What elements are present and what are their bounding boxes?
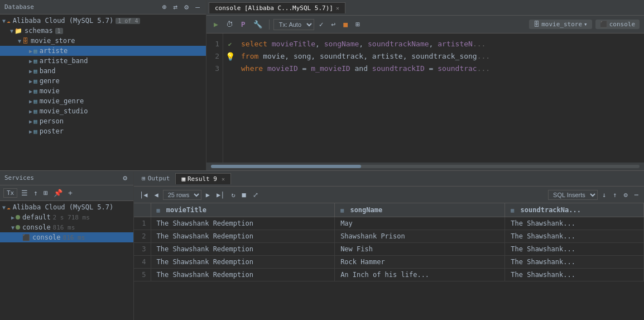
editor-scrollbar[interactable]: [206, 163, 644, 170]
output-tab-label: Output: [148, 175, 170, 182]
cell-song-name: May: [335, 217, 505, 230]
cell-soundtrack-name: The Shawshank...: [505, 217, 644, 230]
output-tab[interactable]: ⊞ Output: [136, 173, 175, 184]
prev-page-btn[interactable]: ◀: [152, 190, 160, 199]
tab-close-icon[interactable]: ✕: [336, 5, 339, 11]
table-icon-movie: ▦: [33, 88, 37, 95]
band-arrow[interactable]: ▶: [29, 68, 32, 74]
movie-arrow[interactable]: ▶: [29, 88, 32, 94]
tree-root-alibaba[interactable]: ▼ ☁ Alibaba Cloud (MySQL 5.7) 1 of 4: [0, 16, 206, 26]
tree-poster[interactable]: ▶ ▦ poster: [0, 126, 206, 136]
tree-movie-genre[interactable]: ▶ ▦ movie_genre: [0, 96, 206, 106]
run-button[interactable]: ▶: [211, 19, 221, 30]
stop-results-btn[interactable]: ■: [240, 190, 248, 199]
tools-button[interactable]: 🔧: [251, 19, 265, 30]
tree-band[interactable]: ▶ ▦ band: [0, 66, 206, 76]
stop-button[interactable]: ■: [340, 19, 350, 30]
line3-ind: [225, 63, 234, 75]
genre-arrow[interactable]: ▶: [29, 78, 32, 84]
services-console[interactable]: ▼ console 816 ms: [0, 222, 133, 232]
cell-song-name: An Inch of his life...: [335, 269, 505, 281]
last-page-btn[interactable]: ▶|: [214, 190, 227, 199]
expand-arrow[interactable]: ▼: [2, 18, 6, 24]
history-button[interactable]: ⏱: [223, 19, 236, 30]
services-root[interactable]: ▼ ☁ Alibaba Cloud (MySQL 5.7): [0, 202, 133, 212]
sql-inserts-select[interactable]: SQL Inserts: [548, 190, 598, 200]
undo-button[interactable]: ↩: [328, 19, 338, 30]
artiste-arrow[interactable]: ▶: [29, 48, 32, 54]
console-arrow[interactable]: ▼: [11, 225, 15, 231]
col-header-movie-title[interactable]: ▦ movieTitle: [151, 203, 335, 217]
database-tree: ▼ ☁ Alibaba Cloud (MySQL 5.7) 1 of 4 ▼ 📁…: [0, 15, 206, 170]
services-tree-icon[interactable]: ⊞: [42, 188, 50, 198]
artiste-band-arrow[interactable]: ▶: [29, 58, 32, 64]
tree-movie-store[interactable]: ▼ 🗄 movie_store: [0, 36, 206, 46]
tx-select[interactable]: Tx: Auto: [273, 19, 314, 30]
results-more-btn[interactable]: ⋯: [632, 190, 641, 199]
code-editor[interactable]: select movieTitle, songName, soundtrackN…: [237, 34, 644, 163]
movie-genre-label: movie_genre: [40, 97, 84, 105]
p-button[interactable]: P: [238, 19, 248, 30]
editor-tab-console[interactable]: console [Alibaba C...MySQL 5.7)] ✕: [209, 2, 345, 13]
editor-content: 1 2 3 ✔ 💡 select movieTitle, songName, s…: [206, 34, 644, 163]
line1-check: ✔: [225, 38, 234, 50]
line2-ind: 💡: [225, 50, 234, 63]
schema-badge[interactable]: 🗄 movie_store ▾: [529, 20, 592, 29]
sync-icon[interactable]: ⇄: [172, 2, 180, 12]
col-header-song-name[interactable]: ▦ songName: [335, 203, 505, 217]
services-default[interactable]: ▶ default 2 s 718 ms: [0, 212, 133, 222]
refresh-btn[interactable]: ↻: [229, 190, 237, 199]
results-settings-btn[interactable]: ⚙: [622, 190, 630, 199]
tree-person[interactable]: ▶ ▦ person: [0, 116, 206, 126]
tree-artiste[interactable]: ▶ ▦ artiste: [0, 46, 206, 56]
movie-label: movie: [40, 87, 60, 95]
cell-song-name: Rock Hammer: [335, 256, 505, 269]
result-tab[interactable]: ▦ Result 9 ✕: [175, 173, 231, 184]
add-connection-icon[interactable]: ⊕: [161, 2, 169, 12]
schema-icon: 🗄: [22, 37, 28, 45]
tree-movie-studio[interactable]: ▶ ▦ movie_studio: [0, 106, 206, 116]
tree-artiste-band[interactable]: ▶ ▦ artiste_band: [0, 56, 206, 66]
table-icon-movie-genre: ▦: [33, 98, 37, 105]
next-page-btn[interactable]: ▶: [204, 190, 212, 199]
services-list-icon[interactable]: ☰: [20, 188, 30, 198]
services-root-arrow[interactable]: ▼: [2, 204, 6, 211]
tree-schemas[interactable]: ▼ 📁 schemas 1: [0, 26, 206, 36]
first-page-btn[interactable]: |◀: [137, 190, 150, 199]
movie-store-arrow[interactable]: ▼: [18, 38, 21, 44]
services-settings-icon[interactable]: ⚙: [121, 173, 129, 183]
person-arrow[interactable]: ▶: [29, 118, 32, 125]
tree-genre[interactable]: ▶ ▦ genre: [0, 76, 206, 86]
collapse-icon[interactable]: —: [194, 2, 201, 12]
services-up-icon[interactable]: ↑: [32, 188, 40, 198]
movie-studio-arrow[interactable]: ▶: [29, 108, 32, 114]
default-arrow[interactable]: ▶: [11, 214, 15, 221]
row-number: 4: [134, 256, 151, 269]
download-btn[interactable]: ↓: [600, 190, 608, 199]
export-btn[interactable]: ⤢: [251, 190, 261, 199]
result-tab-close[interactable]: ✕: [222, 176, 225, 182]
services-console-sub[interactable]: ⬛ console 816 ms: [0, 232, 133, 242]
movie-genre-arrow[interactable]: ▶: [29, 98, 32, 104]
tree-movie[interactable]: ▶ ▦ movie: [0, 86, 206, 96]
scrollbar-track: [211, 165, 640, 168]
poster-arrow[interactable]: ▶: [29, 128, 32, 135]
services-add-icon[interactable]: +: [66, 188, 74, 198]
col-header-soundtrack[interactable]: ▦ soundtrackNa...: [505, 203, 644, 217]
cell-movie-title: The Shawshank Redemption: [151, 217, 335, 230]
console-node-label: console: [22, 223, 51, 231]
cell-movie-title: The Shawshank Redemption: [151, 269, 335, 281]
tx-check-icon[interactable]: ✓: [316, 19, 326, 30]
schemas-arrow[interactable]: ▼: [10, 28, 13, 34]
settings-icon[interactable]: ⚙: [182, 2, 190, 12]
rows-select[interactable]: 25 rows: [163, 190, 201, 200]
services-pin-icon[interactable]: 📌: [52, 188, 64, 198]
row-number: 2: [134, 230, 151, 243]
movie-store-label: movie_store: [31, 37, 75, 45]
col-sort-icon2: ▦: [340, 207, 344, 213]
grid-button[interactable]: ⊞: [353, 19, 363, 30]
console-badge[interactable]: ⬛ console: [595, 20, 640, 29]
services-root-label: Alibaba Cloud (MySQL 5.7): [13, 203, 114, 211]
upload-btn[interactable]: ↑: [611, 190, 619, 199]
table-icon-band: ▦: [33, 68, 37, 75]
